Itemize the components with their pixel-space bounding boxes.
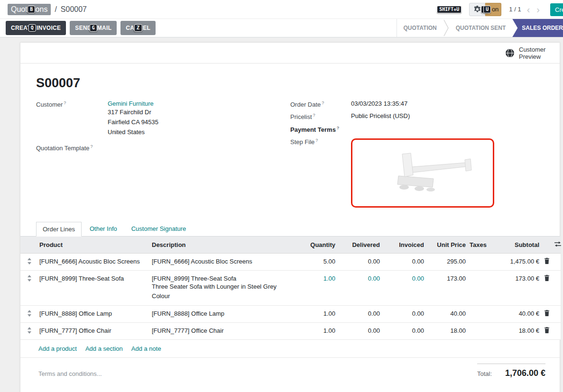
customer-address-line: Fairfield CA 94535 [108, 117, 286, 127]
cell-product[interactable]: [FURN_7777] Office Chair [38, 322, 150, 339]
action-partial-label: on [492, 6, 498, 13]
delete-row-icon[interactable] [541, 253, 553, 270]
cell-quantity[interactable]: 1.00 [296, 270, 337, 305]
delete-row-icon[interactable] [541, 322, 553, 339]
customer-preview-label: Customer Preview [519, 46, 549, 60]
help-icon: ? [322, 100, 324, 105]
cell-invoiced[interactable]: 0.00 [382, 270, 426, 305]
customer-address-line: United States [108, 127, 286, 137]
drag-handle-icon[interactable] [20, 253, 38, 270]
table-row[interactable]: [FURN_8999] Three-Seat Sofa [FURN_8999] … [20, 270, 561, 305]
cell-description[interactable]: [FURN_6666] Acoustic Bloc Screens [150, 253, 296, 270]
tab-customer-signature[interactable]: Customer Signature [125, 222, 193, 236]
add-a-note-link[interactable]: Add a note [131, 345, 161, 352]
cell-quantity[interactable]: 5.00 [296, 253, 337, 270]
cell-unit-price[interactable]: 173.00 [426, 270, 468, 305]
top-navigation-bar: Quotations B / S00007 SHIFT+U A U on 1 /… [0, 0, 563, 19]
cancel-button[interactable]: CANCEL Z [120, 21, 156, 35]
cell-taxes[interactable] [468, 253, 493, 270]
delete-row-icon[interactable] [541, 270, 553, 305]
cell-invoiced[interactable]: 0.00 [382, 322, 426, 339]
drag-handle-icon[interactable] [20, 270, 38, 305]
cell-quantity[interactable]: 1.00 [296, 305, 337, 322]
create-button[interactable]: Create [550, 3, 563, 16]
optional-columns-toggle-icon[interactable] [553, 237, 561, 254]
cell-delivered[interactable]: 0.00 [337, 253, 382, 270]
cell-subtotal: 1,475.00 € [493, 253, 541, 270]
help-icon: ? [91, 144, 93, 149]
add-a-section-link[interactable]: Add a section [85, 345, 123, 352]
spacer-cell [553, 270, 561, 305]
cell-description[interactable]: [FURN_8888] Office Lamp [150, 305, 296, 322]
send-email-button[interactable]: SEND EMAIL G [70, 21, 117, 35]
table-row[interactable]: [FURN_6666] Acoustic Bloc Screens [FURN_… [20, 253, 561, 270]
payment-terms-value[interactable] [351, 125, 541, 133]
drag-handle-icon[interactable] [20, 305, 38, 322]
pager-previous-icon[interactable]: ‹ [526, 5, 531, 14]
tab-order-lines[interactable]: Order Lines [36, 222, 82, 237]
pricelist-value[interactable]: Public Pricelist (USD) [351, 112, 541, 120]
cell-quantity[interactable]: 1.00 [296, 322, 337, 339]
order-lines-table: Product Description Quantity Delivered I… [20, 237, 561, 340]
terms-and-conditions-placeholder[interactable]: Terms and conditions... [38, 364, 102, 378]
payment-terms-label: Payment Terms? [290, 125, 351, 133]
cell-taxes[interactable] [468, 270, 493, 305]
cell-unit-price[interactable]: 295.00 [426, 253, 468, 270]
field-column-right: Order Date? 03/03/2023 13:35:47 Pricelis… [290, 100, 541, 208]
add-a-product-link[interactable]: Add a product [38, 345, 77, 352]
handle-column-header [20, 237, 38, 254]
column-header-taxes: Taxes [468, 237, 493, 254]
cell-unit-price[interactable]: 40.00 [426, 305, 468, 322]
cell-taxes[interactable] [468, 305, 493, 322]
step-file-image[interactable] [351, 138, 494, 208]
customer-preview-button[interactable]: Customer Preview [505, 46, 549, 60]
cell-invoiced[interactable]: 0.00 [382, 305, 426, 322]
order-date-label: Order Date? [290, 100, 351, 108]
breadcrumb-quotations-link[interactable]: Quotations B [8, 4, 51, 15]
statusbar-step-quotation[interactable]: QUOTATION [397, 19, 443, 37]
breadcrumb: Quotations B / S00007 [8, 4, 87, 15]
totals-box: Total: 1,706.00 € [477, 364, 545, 378]
action-secondary-button[interactable]: U on [485, 3, 501, 16]
table-row[interactable]: [FURN_8888] Office Lamp [FURN_8888] Offi… [20, 305, 561, 322]
cell-subtotal: 40.00 € [493, 305, 541, 322]
total-value: 1,706.00 € [505, 368, 545, 378]
customer-link[interactable]: Gemini Furniture [108, 100, 154, 107]
breadcrumb-separator: / [55, 5, 56, 14]
cell-invoiced[interactable]: 0.00 [382, 253, 426, 270]
cell-unit-price[interactable]: 18.00 [426, 322, 468, 339]
cell-product[interactable]: [FURN_8888] Office Lamp [38, 305, 150, 322]
cell-taxes[interactable] [468, 322, 493, 339]
create-invoice-button[interactable]: CREATE INVOICE Q [6, 21, 66, 35]
statusbar-step-sales-order[interactable]: SALES ORDER [512, 19, 563, 37]
delete-row-icon[interactable] [541, 305, 553, 322]
control-panel: CREATE INVOICE Q SEND EMAIL G CANCEL Z Q… [0, 19, 563, 37]
customer-field-label: Customer? [36, 100, 108, 137]
action-menu-group: A U on [469, 3, 501, 16]
step-file-3d-render [353, 140, 492, 206]
pager-next-icon[interactable]: › [535, 5, 541, 14]
pager-count: 1 / 1 [509, 6, 521, 13]
cell-delivered[interactable]: 0.00 [337, 305, 382, 322]
sheet-footer: Terms and conditions... Total: 1,706.00 … [38, 364, 545, 378]
customer-field-value: Gemini Furniture 317 Fairchild Dr Fairfi… [108, 100, 286, 137]
cell-description[interactable]: [FURN_8999] Three-Seat Sofa Three Seater… [150, 270, 296, 305]
column-header-product: Product [38, 237, 150, 254]
cell-product[interactable]: [FURN_6666] Acoustic Bloc Screens [38, 253, 150, 270]
cell-description[interactable]: [FURN_7777] Office Chair [150, 322, 296, 339]
gear-icon [474, 6, 481, 13]
cell-delivered[interactable]: 0.00 [337, 322, 382, 339]
action-gear-button[interactable]: A [469, 3, 485, 16]
drag-handle-icon[interactable] [20, 322, 38, 339]
help-icon: ? [337, 126, 340, 130]
record-pager: 1 / 1 ‹ › [509, 5, 541, 14]
shortcut-badge-g: G [90, 24, 97, 32]
order-date-value[interactable]: 03/03/2023 13:35:47 [351, 100, 541, 108]
statusbar-step-quotation-sent[interactable]: QUOTATION SENT [449, 19, 513, 37]
tab-other-info[interactable]: Other Info [83, 222, 123, 236]
table-row[interactable]: [FURN_7777] Office Chair [FURN_7777] Off… [20, 322, 561, 339]
cell-delivered[interactable]: 0.00 [337, 270, 382, 305]
description-note: Three Seater Sofa with Lounger in Steel … [152, 282, 294, 301]
quotation-template-value[interactable] [108, 144, 286, 152]
cell-product[interactable]: [FURN_8999] Three-Seat Sofa [38, 270, 150, 305]
